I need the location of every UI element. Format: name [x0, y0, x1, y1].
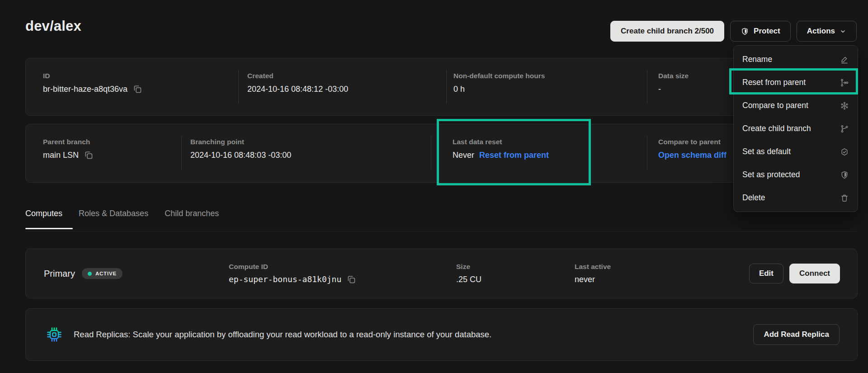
- divider: [181, 136, 182, 170]
- connect-button[interactable]: Connect: [789, 264, 840, 283]
- menu-item-label: Compare to parent: [742, 101, 808, 110]
- active-dot-icon: [88, 272, 92, 276]
- status-badge: ACTIVE: [82, 268, 123, 279]
- menu-item-set-as-protected[interactable]: Set as protected: [734, 163, 858, 186]
- menu-item-create-child-branch[interactable]: Create child branch: [734, 117, 858, 140]
- created-value: 2024-10-16 08:48:12 -03:00: [247, 84, 348, 94]
- read-replicas-row: Read Replicas: Scale your application by…: [25, 308, 858, 361]
- actions-button-label: Actions: [807, 27, 835, 36]
- tab-bar: Computes Roles & Databases Child branche…: [25, 209, 219, 218]
- menu-item-reset-from-parent[interactable]: Reset from parent: [734, 71, 858, 94]
- last-active-label: Last active: [575, 262, 749, 271]
- badge-check-icon: [840, 147, 849, 156]
- compute-size-value: .25 CU: [456, 274, 481, 285]
- tab-computes[interactable]: Computes: [25, 209, 62, 218]
- data-size-value: -: [658, 84, 661, 94]
- divider: [446, 70, 447, 104]
- parent-branch-cell: Parent branch main LSN: [26, 124, 181, 182]
- compute-id-value: ep-super-bonus-a81k0jnu: [229, 274, 341, 285]
- protect-button-label: Protect: [754, 27, 780, 36]
- reset-branch-icon: [840, 78, 849, 87]
- branching-point-value: 2024-10-16 08:48:03 -03:00: [190, 150, 291, 161]
- schema-diff-icon: [840, 101, 849, 110]
- menu-item-label: Reset from parent: [742, 78, 806, 87]
- compute-last-active-col: Last active never: [575, 262, 749, 285]
- branch-id-cell: ID br-bitter-haze-a8qt36va: [26, 58, 238, 115]
- menu-item-label: Set as protected: [742, 170, 800, 179]
- shield-icon: [741, 27, 749, 36]
- compute-id-col: Compute ID ep-super-bonus-a81k0jnu: [229, 262, 456, 285]
- git-branch-icon: [840, 124, 849, 133]
- active-tab-underline: [25, 228, 73, 229]
- last-active-value: never: [575, 274, 595, 285]
- tab-roles-databases[interactable]: Roles & Databases: [79, 209, 148, 218]
- edit-button[interactable]: Edit: [749, 264, 783, 283]
- open-schema-diff-link[interactable]: Open schema diff: [658, 150, 726, 161]
- trash-icon: [840, 194, 849, 203]
- add-read-replica-button[interactable]: Add Read Replica: [753, 324, 840, 345]
- pencil-icon: [840, 55, 849, 64]
- created-cell: Created 2024-10-16 08:48:12 -03:00: [238, 58, 446, 115]
- compute-hours-label: Non-default compute hours: [453, 71, 647, 80]
- divider: [431, 136, 431, 170]
- last-data-reset-cell: Last data reset Never Reset from parent: [431, 124, 647, 182]
- branching-point-cell: Branching point 2024-10-16 08:48:03 -03:…: [181, 124, 431, 182]
- tabs-separator: [25, 231, 858, 231]
- parent-branch-label: Parent branch: [43, 137, 181, 146]
- page-title: dev/alex: [25, 18, 81, 34]
- copy-icon[interactable]: [132, 84, 142, 94]
- actions-button[interactable]: Actions: [797, 21, 857, 42]
- chevron-down-icon: [840, 28, 846, 35]
- last-data-reset-label: Last data reset: [453, 137, 647, 146]
- status-badge-label: ACTIVE: [95, 271, 117, 276]
- compute-hours-cell: Non-default compute hours 0 h: [446, 58, 647, 115]
- menu-item-label: Create child branch: [742, 124, 811, 133]
- branch-page: dev/alex Create child branch 2/500 Prote…: [0, 0, 868, 373]
- tab-child-branches[interactable]: Child branches: [165, 209, 219, 218]
- menu-item-label: Delete: [742, 193, 765, 203]
- compute-buttons: Edit Connect: [749, 264, 840, 283]
- branching-point-label: Branching point: [190, 137, 431, 146]
- parent-branch-value: main LSN: [43, 150, 79, 161]
- compute-size-col: Size .25 CU: [456, 262, 575, 285]
- last-data-reset-value: Never: [453, 150, 474, 161]
- branch-relations-card: Parent branch main LSN Branching point 2…: [25, 124, 858, 183]
- compute-size-label: Size: [456, 262, 575, 271]
- cpu-chip-icon: [46, 326, 63, 343]
- created-label: Created: [247, 71, 446, 80]
- copy-icon[interactable]: [84, 150, 94, 160]
- compute-hours-value: 0 h: [453, 84, 465, 94]
- protect-button[interactable]: Protect: [730, 21, 791, 42]
- topbar: Create child branch 2/500 Protect Action…: [610, 21, 857, 42]
- read-replicas-description: Read Replicas: Scale your application by…: [74, 330, 753, 340]
- branch-id-value: br-bitter-haze-a8qt36va: [43, 84, 127, 94]
- menu-item-label: Set as default: [742, 147, 791, 156]
- branch-info-card: ID br-bitter-haze-a8qt36va Created 2024-…: [25, 58, 858, 116]
- actions-menu: Rename Reset from parent Compare to pare…: [733, 45, 858, 212]
- copy-icon[interactable]: [346, 274, 356, 284]
- menu-item-set-as-default[interactable]: Set as default: [734, 140, 858, 163]
- divider: [647, 136, 647, 170]
- compute-name: Primary: [44, 269, 75, 279]
- create-child-branch-button[interactable]: Create child branch 2/500: [610, 21, 724, 42]
- menu-item-compare-to-parent[interactable]: Compare to parent: [734, 94, 858, 117]
- compute-id-label: Compute ID: [229, 262, 456, 271]
- branch-id-label: ID: [43, 71, 238, 80]
- compute-row: Primary ACTIVE Compute ID ep-super-bonus…: [25, 249, 858, 298]
- divider: [647, 70, 647, 104]
- divider: [238, 70, 239, 104]
- compute-name-col: Primary ACTIVE: [26, 268, 229, 279]
- menu-item-delete[interactable]: Delete: [734, 186, 858, 209]
- menu-item-label: Rename: [742, 55, 772, 64]
- reset-from-parent-link[interactable]: Reset from parent: [479, 150, 549, 161]
- shield-icon: [840, 170, 849, 179]
- menu-item-rename[interactable]: Rename: [734, 48, 858, 71]
